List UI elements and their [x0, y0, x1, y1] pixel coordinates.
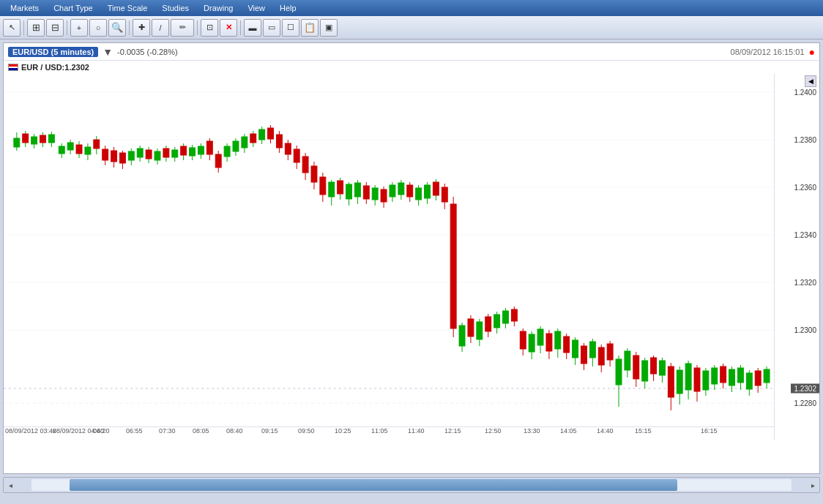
time-label-5: 08:05 [193, 427, 209, 435]
time-label-2: 06:20 [93, 427, 110, 435]
magnify-button[interactable]: 🔍 [108, 19, 126, 37]
scrollbar-thumb[interactable] [70, 479, 677, 491]
scrollbar-right-button[interactable]: ▸ [806, 478, 819, 492]
svg-rect-66 [259, 129, 265, 140]
svg-rect-120 [494, 315, 500, 328]
svg-rect-32 [111, 151, 117, 162]
candlestick-chart [4, 74, 774, 440]
bar-chart-button[interactable]: ⊞ [27, 19, 45, 37]
svg-rect-24 [76, 145, 82, 154]
tool8-button[interactable]: ☐ [282, 19, 299, 37]
svg-rect-174 [729, 369, 735, 385]
svg-rect-38 [137, 148, 143, 157]
tool10-button[interactable]: ▣ [320, 19, 338, 37]
svg-rect-28 [94, 140, 100, 148]
scrollbar-track[interactable] [31, 479, 792, 491]
time-label-8: 09:50 [298, 427, 315, 435]
zoom-in-button[interactable]: + [70, 19, 88, 37]
svg-rect-126 [520, 331, 526, 349]
time-label-3: 06:55 [126, 427, 143, 435]
arrow-tool-button[interactable]: ↖ [3, 19, 21, 37]
svg-rect-108 [442, 187, 447, 202]
svg-rect-158 [659, 361, 665, 375]
menu-drawing[interactable]: Drawing [196, 2, 240, 14]
time-label-10: 11:05 [371, 427, 388, 435]
price-1.2400: 1.2400 [794, 89, 816, 97]
svg-rect-48 [181, 146, 187, 155]
svg-rect-106 [433, 182, 439, 195]
svg-rect-90 [363, 186, 369, 199]
time-label-12: 12:15 [444, 427, 461, 435]
scrollbar-left-button[interactable]: ◂ [4, 478, 17, 492]
svg-rect-124 [511, 309, 517, 321]
axis-collapse-button[interactable]: ◀ [805, 75, 816, 87]
svg-rect-100 [407, 185, 413, 197]
svg-rect-22 [67, 143, 73, 150]
svg-rect-18 [48, 135, 54, 143]
chart-canvas[interactable]: 08/09/2012 03:4x 08/09/2012 04:40 06:20 … [4, 74, 774, 440]
chart-title-left: EUR/USD (5 minutes) ▼ -0.0035 (-0.28%) [8, 46, 178, 58]
chart-change: -0.0035 (-0.28%) [117, 48, 178, 56]
svg-rect-154 [642, 361, 648, 381]
svg-rect-72 [285, 143, 291, 154]
svg-rect-156 [651, 358, 657, 374]
toolbar-separator-1 [23, 20, 24, 35]
svg-rect-58 [224, 146, 230, 157]
svg-rect-144 [598, 347, 604, 365]
svg-rect-118 [485, 317, 491, 331]
svg-rect-176 [737, 368, 743, 383]
menu-view[interactable]: View [240, 2, 272, 14]
svg-rect-52 [198, 146, 204, 154]
menu-time-scale[interactable]: Time Scale [100, 2, 155, 14]
svg-rect-76 [302, 157, 308, 173]
menu-markets[interactable]: Markets [3, 2, 46, 14]
svg-rect-16 [40, 135, 46, 143]
svg-rect-88 [354, 183, 360, 197]
chart-scrollbar[interactable]: ◂ ▸ [3, 477, 820, 493]
draw-tool-button[interactable]: ✏ [171, 19, 194, 37]
tool5-button[interactable]: ⊡ [201, 19, 218, 37]
price-label-row: EUR / USD:1.2302 [4, 61, 819, 74]
delete-button[interactable]: ✕ [220, 19, 237, 37]
svg-rect-98 [398, 183, 404, 195]
time-label-14: 13:30 [524, 427, 540, 435]
candle-chart-button[interactable]: ⊟ [46, 19, 64, 37]
time-label-17: 15:15 [635, 427, 652, 435]
svg-rect-68 [268, 128, 274, 139]
menu-help[interactable]: Help [272, 2, 304, 14]
time-label-6: 08:40 [226, 427, 243, 435]
chart-title-badge[interactable]: EUR/USD (5 minutes) [8, 47, 98, 57]
price-1.2320: 1.2320 [794, 279, 816, 287]
zoom-out-button[interactable]: ○ [89, 19, 107, 37]
svg-rect-128 [529, 334, 535, 352]
chart-container: EUR/USD (5 minutes) ▼ -0.0035 (-0.28%) 0… [3, 42, 820, 474]
svg-rect-164 [685, 364, 691, 390]
svg-rect-54 [206, 141, 212, 154]
tool6-button[interactable]: ▬ [244, 19, 261, 37]
menu-chart-type[interactable]: Chart Type [46, 2, 100, 14]
svg-rect-96 [390, 185, 395, 197]
svg-rect-94 [381, 189, 387, 202]
svg-rect-78 [311, 166, 317, 182]
svg-rect-26 [85, 147, 91, 154]
tool9-button[interactable]: 📋 [301, 19, 319, 37]
svg-rect-10 [14, 138, 20, 147]
svg-rect-178 [746, 373, 752, 389]
add-button[interactable]: ✚ [133, 19, 150, 37]
symbol-dropdown-icon[interactable]: ▼ [103, 46, 113, 58]
toolbar-separator-4 [197, 20, 198, 35]
price-display: EUR / USD:1.2302 [21, 63, 89, 72]
tool7-button[interactable]: ▭ [263, 19, 280, 37]
svg-rect-40 [146, 150, 152, 159]
svg-rect-152 [633, 356, 639, 379]
toolbar: ↖ ⊞ ⊟ + ○ 🔍 ✚ / ✏ ⊡ ✕ ▬ ▭ ☐ 📋 ▣ [0, 16, 823, 40]
svg-rect-172 [720, 366, 726, 383]
svg-rect-112 [459, 326, 465, 346]
svg-rect-170 [712, 368, 718, 384]
svg-rect-92 [372, 188, 378, 200]
svg-rect-146 [607, 344, 613, 360]
time-label-15: 14:05 [560, 427, 577, 435]
svg-rect-138 [573, 340, 578, 358]
menu-studies[interactable]: Studies [154, 2, 196, 14]
trend-line-button[interactable]: / [152, 19, 169, 37]
